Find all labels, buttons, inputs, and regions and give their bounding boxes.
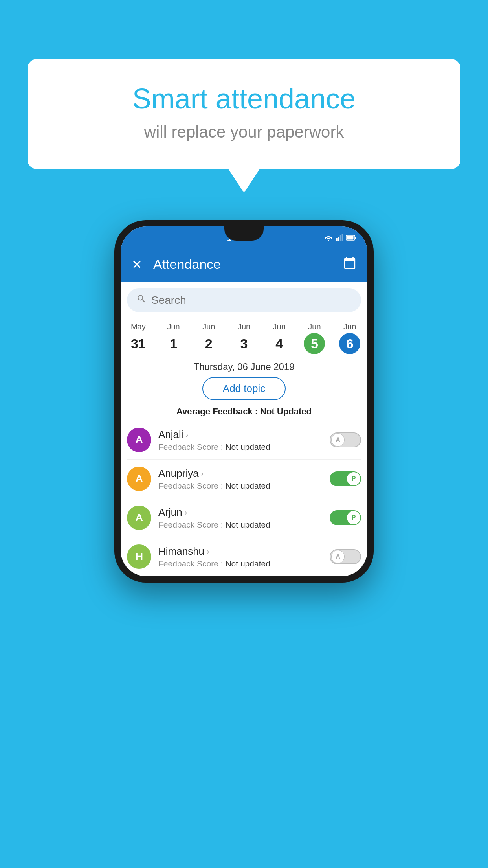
avg-feedback-value: Not Updated: [260, 406, 312, 416]
toggle-thumb: A: [331, 550, 345, 563]
student-avatar: A: [127, 506, 151, 530]
toggle-thumb: P: [347, 511, 360, 524]
attendance-toggle[interactable]: P: [330, 471, 361, 486]
search-bar[interactable]: [127, 288, 361, 312]
student-score: Feedback Score : Not updated: [158, 442, 330, 452]
calendar-day[interactable]: Jun6: [332, 322, 367, 354]
notch: [224, 226, 264, 241]
attendance-toggle-wrap[interactable]: P: [330, 471, 361, 486]
avg-feedback-label: Average Feedback :: [176, 406, 258, 416]
phone-container: 14:29 ✕ Attendance: [114, 220, 374, 583]
status-icons: [324, 234, 356, 241]
speech-bubble-container: Smart attendance will replace your paper…: [28, 59, 460, 193]
toggle-thumb: A: [331, 433, 345, 447]
student-info: Himanshu ›Feedback Score : Not updated: [158, 545, 330, 568]
avg-feedback: Average Feedback : Not Updated: [121, 406, 367, 417]
student-name: Anjali ›: [158, 428, 330, 441]
speech-bubble-subtitle: will replace your paperwork: [59, 123, 429, 142]
student-item[interactable]: AArjun ›Feedback Score : Not updatedP: [127, 498, 361, 537]
signal-icon: [336, 234, 343, 241]
svg-rect-1: [338, 237, 339, 241]
selected-date-label: Thursday, 06 June 2019: [121, 361, 367, 372]
speech-bubble-tail: [228, 169, 260, 193]
calendar-date-number[interactable]: 5: [304, 333, 325, 354]
chevron-icon: ›: [201, 469, 204, 478]
student-item[interactable]: AAnjali ›Feedback Score : Not updatedA: [127, 421, 361, 460]
calendar-date-number[interactable]: 3: [233, 333, 255, 354]
wifi-icon: [324, 234, 333, 241]
speech-bubble-title: Smart attendance: [59, 83, 429, 115]
svg-rect-3: [342, 234, 343, 241]
calendar-day[interactable]: Jun2: [191, 322, 226, 354]
calendar-day[interactable]: Jun5: [297, 322, 332, 354]
calendar-month-label: Jun: [262, 322, 297, 331]
student-avatar: A: [127, 467, 151, 491]
battery-icon: [346, 235, 356, 241]
student-score: Feedback Score : Not updated: [158, 520, 330, 530]
student-score: Feedback Score : Not updated: [158, 481, 330, 491]
chevron-icon: ›: [186, 430, 189, 439]
student-name: Arjun ›: [158, 506, 330, 519]
speech-bubble: Smart attendance will replace your paper…: [28, 59, 460, 169]
phone-outer: 14:29 ✕ Attendance: [114, 220, 374, 583]
calendar-date-number[interactable]: 31: [128, 333, 149, 354]
calendar-month-label: Jun: [297, 322, 332, 331]
calendar-day[interactable]: Jun4: [262, 322, 297, 354]
toggle-thumb: P: [347, 472, 360, 485]
app-bar-title: Attendance: [153, 257, 343, 272]
attendance-toggle-wrap[interactable]: P: [330, 510, 361, 525]
student-avatar: H: [127, 544, 151, 569]
chevron-icon: ›: [185, 508, 187, 517]
student-info: Anjali ›Feedback Score : Not updated: [158, 428, 330, 452]
calendar-month-label: Jun: [191, 322, 226, 331]
student-name: Anupriya ›: [158, 467, 330, 480]
svg-rect-2: [340, 235, 341, 241]
close-button[interactable]: ✕: [132, 257, 142, 272]
calendar-month-label: Jun: [226, 322, 262, 331]
calendar-month-label: May: [121, 322, 156, 331]
student-info: Anupriya ›Feedback Score : Not updated: [158, 467, 330, 491]
calendar-date-number[interactable]: 4: [269, 333, 290, 354]
calendar-date-number[interactable]: 6: [339, 333, 360, 354]
calendar-month-label: Jun: [156, 322, 191, 331]
attendance-toggle[interactable]: A: [330, 432, 361, 447]
calendar-date-number[interactable]: 1: [163, 333, 184, 354]
attendance-toggle[interactable]: A: [330, 549, 361, 564]
student-score: Feedback Score : Not updated: [158, 559, 330, 568]
calendar-date-number[interactable]: 2: [198, 333, 219, 354]
attendance-toggle[interactable]: P: [330, 510, 361, 525]
student-item[interactable]: HHimanshu ›Feedback Score : Not updatedA: [127, 537, 361, 576]
status-bar: 14:29: [121, 226, 367, 247]
svg-rect-6: [355, 237, 356, 239]
attendance-toggle-wrap[interactable]: A: [330, 432, 361, 447]
attendance-toggle-wrap[interactable]: A: [330, 549, 361, 564]
calendar-month-label: Jun: [332, 322, 367, 331]
calendar-day[interactable]: Jun3: [226, 322, 262, 354]
search-icon: [136, 294, 147, 307]
calendar-row: May31Jun1Jun2Jun3Jun4Jun5Jun6: [121, 318, 367, 354]
phone-inner: 14:29 ✕ Attendance: [121, 226, 367, 576]
calendar-day[interactable]: May31: [121, 322, 156, 354]
student-name: Himanshu ›: [158, 545, 330, 557]
svg-rect-5: [347, 236, 354, 240]
student-avatar: A: [127, 428, 151, 452]
student-info: Arjun ›Feedback Score : Not updated: [158, 506, 330, 530]
calendar-icon[interactable]: [343, 256, 356, 272]
student-item[interactable]: AAnupriya ›Feedback Score : Not updatedP: [127, 460, 361, 498]
student-list: AAnjali ›Feedback Score : Not updatedAAA…: [121, 421, 367, 576]
app-bar: ✕ Attendance: [121, 247, 367, 282]
calendar-day[interactable]: Jun1: [156, 322, 191, 354]
add-topic-button[interactable]: Add topic: [202, 377, 286, 400]
svg-rect-0: [336, 238, 338, 241]
chevron-icon: ›: [207, 547, 209, 556]
search-input[interactable]: [151, 294, 352, 307]
